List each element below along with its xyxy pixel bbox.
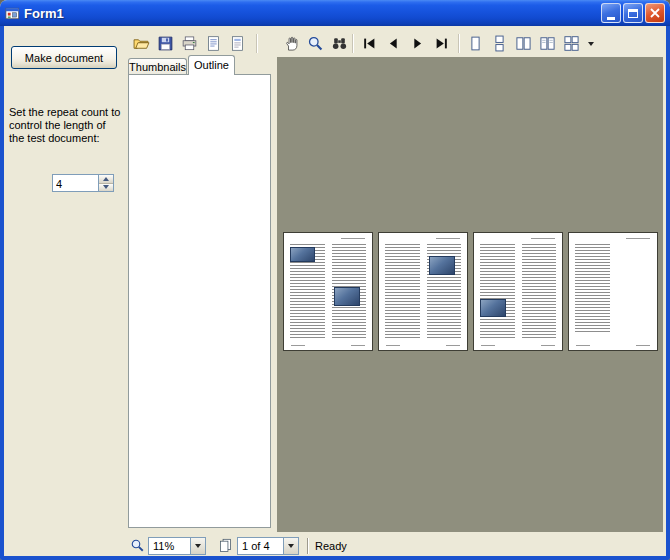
repeat-count-input[interactable] <box>53 175 98 191</box>
preview-surface[interactable] <box>277 57 663 532</box>
page-footer-line <box>386 345 400 346</box>
preview-page-2 <box>378 232 468 351</box>
close-icon <box>650 8 660 18</box>
toolbar-separator <box>256 34 258 53</box>
continuous-view-button[interactable] <box>488 32 511 55</box>
titlebar[interactable]: Form1 <box>0 0 670 26</box>
client-area: Make document Set the repeat count to co… <box>4 26 666 556</box>
make-document-button[interactable]: Make document <box>11 46 117 69</box>
window-controls <box>601 3 665 23</box>
page-image <box>429 256 455 275</box>
zoom-value: 11% <box>149 538 190 554</box>
find-binoculars-icon <box>331 35 348 52</box>
open-button[interactable] <box>130 32 153 55</box>
toolbar <box>128 30 666 57</box>
save-icon <box>157 35 174 52</box>
find-button[interactable] <box>328 32 351 55</box>
page-header-line <box>436 238 460 239</box>
page-footer-line <box>351 345 365 346</box>
page-footer-line <box>576 345 590 346</box>
minimize-button[interactable] <box>601 3 621 23</box>
print-preview-icon <box>229 35 246 52</box>
repeat-instruction-label: Set the repeat count to control the leng… <box>9 106 121 145</box>
page-count-icon <box>218 538 233 553</box>
page-header-line <box>531 238 555 239</box>
page-image <box>334 287 360 306</box>
first-page-icon <box>361 35 378 52</box>
window-title: Form1 <box>24 6 597 21</box>
status-text: Ready <box>315 540 347 552</box>
toolbar-separator <box>352 34 354 53</box>
statusbar-separator <box>307 538 309 554</box>
first-page-button[interactable] <box>358 32 381 55</box>
thumbnail-grid-view-button[interactable] <box>560 32 583 55</box>
view-mode-dropdown-button[interactable] <box>584 32 597 55</box>
page-dropdown-button[interactable] <box>283 538 298 554</box>
page-footer-line <box>541 345 555 346</box>
window-frame-bottom <box>0 556 670 560</box>
repeat-count-stepper[interactable] <box>52 174 114 192</box>
tab-thumbnails[interactable]: Thumbnails <box>128 58 187 74</box>
page-footer-line <box>636 345 650 346</box>
print-preview-button[interactable] <box>226 32 249 55</box>
maximize-icon <box>628 9 638 18</box>
facing-pages-view-button[interactable] <box>512 32 535 55</box>
open-icon <box>133 35 150 52</box>
preview-page-4 <box>568 232 658 351</box>
form-icon <box>5 6 20 21</box>
thumbnail-grid-icon <box>563 35 580 52</box>
zoom-combobox[interactable]: 11% <box>148 537 206 555</box>
facing-pages-icon <box>515 35 532 52</box>
statusbar: 11% 1 of 4 Ready <box>128 535 666 556</box>
spin-up-button[interactable] <box>99 175 113 184</box>
page-indicator-value: 1 of 4 <box>238 538 283 554</box>
previous-page-icon <box>385 35 402 52</box>
spin-down-button[interactable] <box>99 184 113 192</box>
page-footer-line <box>446 345 460 346</box>
preview-page-1 <box>283 232 373 351</box>
zoom-button[interactable] <box>304 32 327 55</box>
page-text-columns <box>575 244 651 339</box>
continuous-view-icon <box>491 35 508 52</box>
single-page-icon <box>467 35 484 52</box>
two-page-view-button[interactable] <box>536 32 559 55</box>
up-arrow-icon <box>103 174 109 181</box>
form-window: Form1 Make document Set the repeat count… <box>0 0 670 560</box>
page-footer-line <box>291 345 305 346</box>
preview-pages <box>283 232 658 351</box>
page-setup-button[interactable] <box>202 32 225 55</box>
single-page-view-button[interactable] <box>464 32 487 55</box>
down-arrow-icon <box>103 185 109 192</box>
print-button[interactable] <box>178 32 201 55</box>
minimize-icon <box>607 17 615 20</box>
page-image <box>290 247 315 262</box>
zoom-status-icon <box>130 538 145 553</box>
page-text-columns <box>480 244 556 339</box>
zoom-dropdown-button[interactable] <box>190 538 205 554</box>
page-footer-line <box>481 345 495 346</box>
preview-page-3 <box>473 232 563 351</box>
page-image <box>480 299 506 318</box>
next-page-icon <box>409 35 426 52</box>
left-panel: Make document Set the repeat count to co… <box>4 26 128 556</box>
next-page-button[interactable] <box>406 32 429 55</box>
outline-panel[interactable] <box>128 74 271 528</box>
page-header-line <box>626 238 650 239</box>
two-page-view-icon <box>539 35 556 52</box>
previous-page-button[interactable] <box>382 32 405 55</box>
page-header-line <box>341 238 365 239</box>
page-combobox[interactable]: 1 of 4 <box>237 537 299 555</box>
save-button[interactable] <box>154 32 177 55</box>
chevron-down-icon <box>588 42 594 49</box>
pan-hand-icon <box>283 35 300 52</box>
tab-outline[interactable]: Outline <box>188 55 235 75</box>
maximize-button[interactable] <box>623 3 643 23</box>
window-frame-left <box>0 26 4 560</box>
close-button[interactable] <box>645 3 665 23</box>
zoom-magnifier-icon <box>307 35 324 52</box>
last-page-button[interactable] <box>430 32 453 55</box>
pan-button[interactable] <box>280 32 303 55</box>
print-icon <box>181 35 198 52</box>
window-frame-right <box>666 26 670 560</box>
stepper-buttons <box>98 175 113 191</box>
